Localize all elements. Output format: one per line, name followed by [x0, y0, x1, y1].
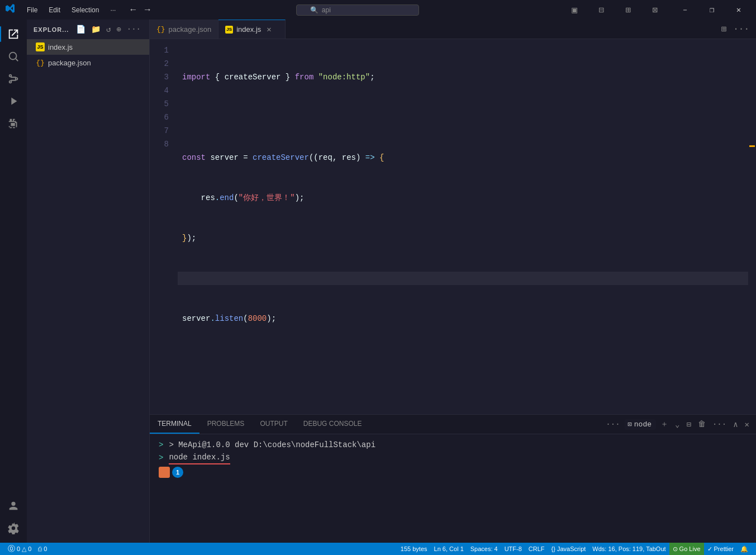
tab-label-index: index.js — [236, 25, 261, 34]
menu-selection[interactable]: Selection — [67, 5, 103, 15]
terminal-actions: ··· ⊡ node ＋ ⌄ ⊟ 🗑 ··· ∧ ✕ — [599, 415, 756, 434]
status-git-source-control[interactable]: ⓪ 0 △ 0 — [4, 543, 35, 555]
kill-terminal-icon[interactable]: 🗑 — [696, 419, 708, 430]
nav-forward[interactable]: → — [141, 5, 154, 15]
menu-more[interactable]: ··· — [106, 5, 120, 15]
status-sync-count: 0 — [44, 545, 47, 552]
encoding-text: UTF-8 — [505, 545, 522, 552]
activity-extensions[interactable] — [3, 113, 23, 134]
status-file-size[interactable]: 155 bytes — [397, 543, 431, 555]
tab-label-package: package.json — [169, 25, 212, 34]
toggle-primary-sidebar[interactable]: ▣ — [562, 0, 587, 20]
file-item-package-json[interactable]: {} package.json — [27, 55, 149, 70]
json-file-icon: {} — [36, 58, 45, 67]
collapse-all-icon[interactable]: ⊕ — [115, 23, 122, 35]
vscode-logo — [4, 3, 16, 17]
gutter-mark — [749, 145, 755, 147]
split-editor-icon[interactable]: ⊞ — [719, 22, 729, 36]
terminal-line-1: > > MeApi@1.0.0 dev D:\codes\nodeFullSta… — [159, 439, 747, 451]
close-terminal-icon[interactable]: ✕ — [743, 419, 752, 430]
tab-index-js[interactable]: JS index.js ✕ — [218, 20, 286, 39]
tab-problems[interactable]: PROBLEMS — [199, 415, 253, 434]
editor-gutter-right — [748, 39, 756, 414]
terminal-down-icon[interactable]: ⌄ — [673, 419, 682, 430]
activity-profile[interactable] — [3, 496, 23, 516]
customize-layout[interactable]: ⊠ — [642, 0, 668, 20]
status-go-live[interactable]: ⊙ Go Live — [669, 543, 704, 555]
split-terminal-icon[interactable]: ⊟ — [684, 419, 693, 430]
menu-file[interactable]: File — [22, 5, 42, 15]
status-prettier[interactable]: ✓ Prettier — [704, 543, 737, 555]
status-sync[interactable]: ⎙ 0 — [35, 543, 50, 555]
more-tab-actions-icon[interactable]: ··· — [731, 23, 752, 35]
menu-edit[interactable]: Edit — [44, 5, 65, 15]
activity-search[interactable] — [3, 46, 23, 67]
status-position[interactable]: Ln 6, Col 1 — [431, 543, 467, 555]
code-editor[interactable]: 1 2 3 4 5 6 7 8 import { createServer } … — [150, 39, 756, 414]
terminal-content[interactable]: > > MeApi@1.0.0 dev D:\codes\nodeFullSta… — [150, 434, 756, 543]
tab-debug-console[interactable]: DEBUG CONSOLE — [296, 415, 370, 434]
svg-line-1 — [16, 59, 18, 61]
terminal-shell-label[interactable]: ⊡ node — [625, 419, 656, 430]
toggle-panel[interactable]: ⊟ — [588, 0, 614, 20]
terminal-badge-number: 1 — [176, 469, 179, 476]
wds-text: Wds: 16, Pos: 119, TabOut — [592, 545, 665, 552]
tab-close-index[interactable]: ✕ — [267, 26, 271, 34]
titlebar-nav: ← → — [127, 5, 153, 15]
sidebar-actions: 📄 📁 ↺ ⊕ ··· — [74, 23, 142, 35]
more-term-actions-icon[interactable]: ··· — [603, 419, 622, 430]
tab-bar: {} package.json JS index.js ✕ ⊞ ··· — [150, 20, 756, 39]
activity-explorer[interactable] — [3, 24, 23, 44]
nav-back[interactable]: ← — [127, 5, 139, 15]
activity-run-debug[interactable] — [3, 91, 23, 111]
status-errors-count: 0 — [17, 545, 20, 552]
more-actions-icon[interactable]: ··· — [125, 23, 142, 35]
terminal-prompt-1: > — [159, 439, 163, 451]
status-wds[interactable]: Wds: 16, Pos: 119, TabOut — [589, 543, 669, 555]
code-content: import { createServer } from "node:http"… — [178, 39, 748, 414]
status-encoding[interactable]: UTF-8 — [501, 543, 525, 555]
terminal-tab-bar: TERMINAL PROBLEMS OUTPUT DEBUG CONSOLE ·… — [150, 415, 756, 434]
terminal-orange-badge — [159, 467, 170, 478]
new-terminal-icon[interactable]: ＋ — [658, 418, 671, 430]
prettier-icon: ✓ — [707, 545, 712, 553]
collapse-terminal-icon[interactable]: ∧ — [731, 419, 740, 430]
json-tab-icon: {} — [156, 25, 165, 34]
tab-output[interactable]: OUTPUT — [252, 415, 295, 434]
code-line-2 — [178, 111, 748, 124]
tab-package-json[interactable]: {} package.json — [150, 20, 218, 39]
sidebar: EXPLOR... 📄 📁 ↺ ⊕ ··· JS index.js {} pac… — [27, 20, 150, 543]
status-line-ending[interactable]: CRLF — [525, 543, 548, 555]
status-bar: ⓪ 0 △ 0 ⎙ 0 155 bytes Ln 6, Col 1 Spaces… — [0, 543, 756, 555]
more-terminal-icon[interactable]: ··· — [710, 419, 729, 430]
terminal-panel: TERMINAL PROBLEMS OUTPUT DEBUG CONSOLE ·… — [150, 414, 756, 543]
new-folder-icon[interactable]: 📁 — [89, 23, 102, 35]
titlebar-search-area: 🔍 api — [158, 4, 557, 16]
titlebar-menu: File Edit Selection ··· — [22, 5, 120, 15]
svg-point-0 — [9, 53, 17, 60]
status-spaces[interactable]: Spaces: 4 — [467, 543, 501, 555]
terminal-cmd-underline: node index.js — [169, 451, 230, 464]
minimize-button[interactable]: － — [672, 0, 698, 20]
status-language[interactable]: {} JavaScript — [548, 543, 589, 555]
search-box[interactable]: 🔍 api — [296, 4, 419, 16]
toggle-secondary-sidebar[interactable]: ⊞ — [615, 0, 641, 20]
sync-icon: ⎙ — [38, 545, 42, 552]
file-item-index-js[interactable]: JS index.js — [27, 39, 149, 55]
tab-terminal[interactable]: TERMINAL — [150, 415, 199, 434]
titlebar: File Edit Selection ··· ← → 🔍 api ▣ ⊟ ⊞ … — [0, 0, 756, 20]
maximize-button[interactable]: ❐ — [699, 0, 725, 20]
main-layout: EXPLOR... 📄 📁 ↺ ⊕ ··· JS index.js {} pac… — [0, 20, 756, 543]
status-notifications[interactable]: 🔔 — [737, 543, 752, 555]
activity-source-control[interactable] — [3, 69, 23, 89]
code-line-8 — [178, 352, 748, 366]
close-button[interactable]: ✕ — [726, 0, 752, 20]
sidebar-header: EXPLOR... 📄 📁 ↺ ⊕ ··· — [27, 20, 149, 39]
file-label-index: index.js — [48, 43, 73, 51]
terminal-line-2: > node index.js — [159, 451, 747, 464]
terminal-text-1: > MeApi@1.0.0 dev D:\codes\nodeFullStack… — [169, 439, 375, 451]
new-file-icon[interactable]: 📄 — [74, 23, 87, 35]
terminal-text-2: node index.js — [169, 451, 230, 464]
refresh-icon[interactable]: ↺ — [104, 23, 112, 35]
activity-settings[interactable] — [3, 518, 23, 538]
